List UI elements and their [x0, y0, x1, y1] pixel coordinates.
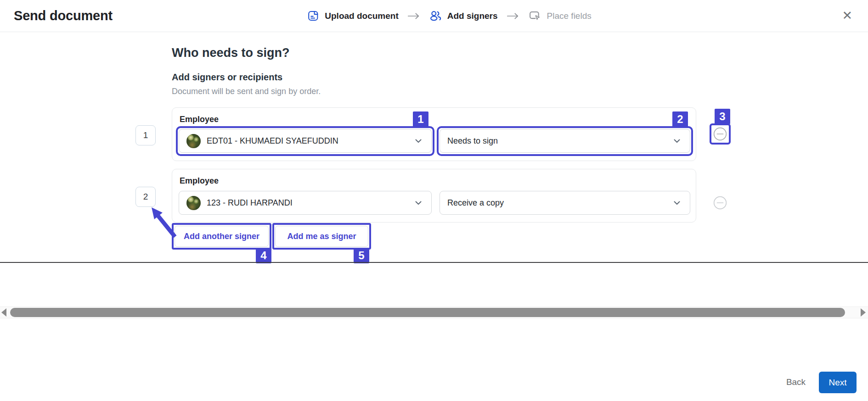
annotation-badge-5: 5	[354, 248, 369, 263]
close-icon: ✕	[842, 10, 852, 22]
back-button-label: Back	[786, 377, 806, 387]
step-place-fields-label: Place fields	[547, 11, 592, 21]
next-button[interactable]: Next	[819, 372, 857, 393]
signer-order-badge: 1	[135, 125, 156, 145]
chevron-down-icon	[413, 135, 424, 146]
chevron-down-icon	[671, 197, 682, 208]
employee-select[interactable]: 123 - RUDI HARPANDI	[179, 191, 432, 215]
add-another-signer-button[interactable]: Add another signer	[175, 226, 269, 247]
avatar	[186, 196, 201, 210]
dialog-header: Send document Upload document	[0, 0, 868, 32]
signer-order-number: 1	[143, 130, 148, 140]
minus-circle-icon	[713, 196, 727, 210]
scroll-left-arrow[interactable]	[1, 308, 6, 317]
section-description: Document will be sent and sign by order.	[172, 87, 321, 96]
employee-field-label: Employee	[180, 176, 219, 186]
page-heading: Who needs to sign?	[172, 46, 290, 60]
close-button[interactable]: ✕	[839, 0, 855, 32]
add-another-signer-label: Add another signer	[184, 232, 259, 241]
wizard-stepper: Upload document Add signers	[307, 0, 591, 32]
employee-select-value: EDT01 - KHUMAEDI SYAEFUDDIN	[207, 136, 338, 146]
scrollbar-thumb[interactable]	[10, 308, 845, 317]
remove-signer-button[interactable]	[713, 196, 727, 210]
role-select-value: Receive a copy	[447, 198, 504, 208]
send-document-dialog: Send document Upload document	[0, 0, 868, 401]
minus-circle-icon	[713, 127, 727, 141]
role-select[interactable]: Receive a copy	[440, 191, 690, 215]
content-divider	[0, 262, 868, 263]
role-select-value: Needs to sign	[447, 136, 498, 146]
employee-select-value: 123 - RUDI HARPANDI	[207, 198, 293, 208]
employee-select[interactable]: EDT01 - KHUMAEDI SYAEFUDDIN	[179, 129, 432, 153]
remove-signer-button[interactable]	[713, 127, 727, 141]
chevron-down-icon	[413, 197, 424, 208]
step-place-fields: Place fields	[529, 10, 592, 22]
add-me-as-signer-button[interactable]: Add me as signer	[275, 226, 368, 247]
annotation-badge-3: 3	[715, 109, 730, 124]
next-button-label: Next	[829, 378, 846, 388]
annotation-badge-4: 4	[256, 248, 271, 263]
add-me-as-signer-label: Add me as signer	[287, 232, 356, 241]
role-select[interactable]: Needs to sign	[440, 129, 690, 153]
avatar	[186, 134, 201, 148]
chevron-down-icon	[671, 135, 682, 146]
step-upload-document-label: Upload document	[325, 11, 398, 21]
scroll-right-arrow[interactable]	[861, 308, 866, 317]
back-button[interactable]: Back	[780, 373, 812, 391]
signer-order-number: 2	[143, 192, 148, 202]
step-add-signers: Add signers	[429, 10, 498, 22]
document-icon	[307, 10, 319, 22]
dialog-title: Send document	[14, 8, 113, 23]
employee-field-label: Employee	[180, 115, 219, 124]
step-upload-document: Upload document	[307, 10, 398, 22]
step-arrow-icon	[408, 12, 420, 20]
users-icon	[429, 10, 442, 22]
step-arrow-icon	[507, 12, 519, 20]
step-add-signers-label: Add signers	[447, 11, 498, 21]
signer-order-badge: 2	[135, 187, 156, 207]
place-fields-cursor-icon	[529, 10, 541, 22]
section-subheading: Add signers or recipients	[172, 72, 282, 83]
